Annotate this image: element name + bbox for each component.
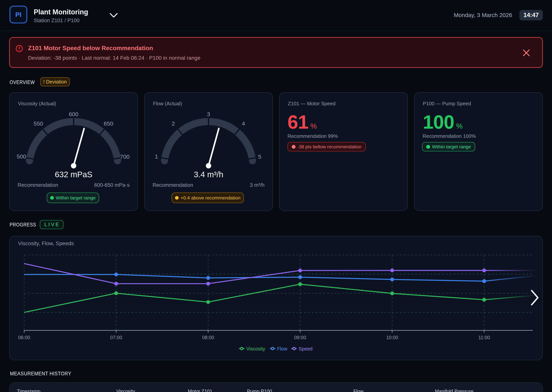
svg-text:1: 1 — [155, 153, 158, 160]
svg-text:Viscosity: Viscosity — [246, 346, 265, 351]
svg-text:650: 650 — [104, 120, 113, 127]
svg-text:550: 550 — [34, 120, 43, 127]
svg-text:06:00: 06:00 — [18, 335, 30, 340]
svg-text:Speed: Speed — [299, 346, 312, 351]
svg-text:2: 2 — [172, 120, 175, 127]
svg-text:08:00: 08:00 — [202, 335, 214, 340]
svg-text:3: 3 — [207, 111, 210, 117]
svg-text:Flow: Flow — [277, 346, 288, 351]
svg-text:5: 5 — [258, 154, 261, 160]
svg-text:500: 500 — [17, 153, 26, 160]
svg-text:4: 4 — [242, 120, 245, 127]
svg-text:09:00: 09:00 — [294, 335, 306, 340]
svg-text:07:00: 07:00 — [110, 335, 122, 340]
svg-text:10:00: 10:00 — [386, 335, 398, 340]
svg-text:11:00: 11:00 — [478, 335, 490, 340]
svg-text:600: 600 — [69, 111, 78, 117]
svg-text:700: 700 — [120, 154, 130, 160]
